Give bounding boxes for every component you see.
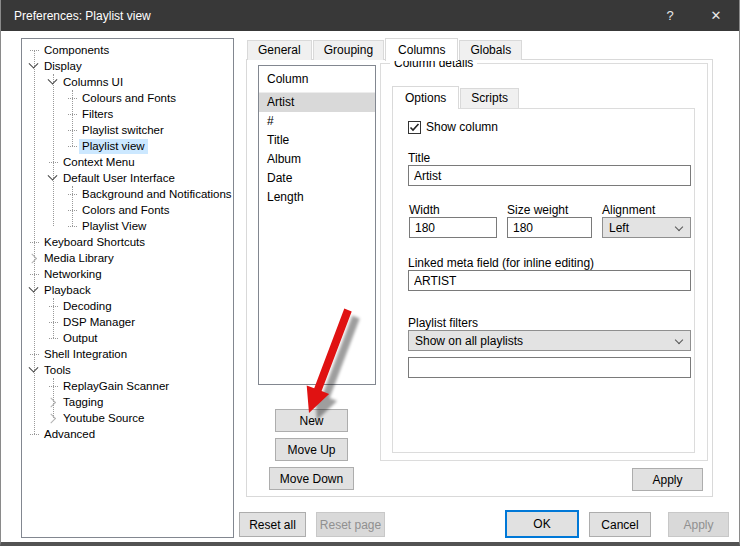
column-list-item-title[interactable]: Title — [259, 131, 375, 150]
tree-item-label: Components — [41, 43, 112, 58]
size-weight-input[interactable] — [507, 217, 592, 238]
tree-connector-icon — [68, 194, 77, 195]
title-input[interactable] — [408, 165, 691, 186]
tree-connector-icon — [49, 322, 58, 323]
tree-item-display[interactable]: Display — [22, 58, 233, 74]
preferences-tabs: GeneralGroupingColumnsGlobals — [247, 37, 523, 60]
tree-item-colors-and-fonts[interactable]: Colors and Fonts — [22, 202, 233, 218]
tree-item-playlist-switcher[interactable]: Playlist switcher — [22, 122, 233, 138]
tab-general[interactable]: General — [247, 40, 312, 60]
tree-item-label: Keyboard Shortcuts — [41, 235, 148, 250]
tree-item-networking[interactable]: Networking — [22, 266, 233, 282]
tree-item-media-library[interactable]: Media Library — [22, 250, 233, 266]
tree-item-label: Playlist switcher — [79, 123, 167, 138]
tab-grouping[interactable]: Grouping — [313, 40, 384, 60]
tree-item-youtube-source[interactable]: Youtube Source — [22, 410, 233, 426]
details-tab-scripts[interactable]: Scripts — [460, 88, 519, 108]
chevron-expanded-icon[interactable] — [29, 282, 39, 292]
tree-connector-icon — [49, 306, 58, 307]
chevron-expanded-icon[interactable] — [29, 362, 39, 372]
tree-connector-icon — [68, 114, 77, 115]
tree-item-label: Colors and Fonts — [79, 203, 173, 218]
tree-item-label: Shell Integration — [41, 347, 130, 362]
tree-item-colours-and-fonts[interactable]: Colours and Fonts — [22, 90, 233, 106]
tab-globals[interactable]: Globals — [459, 40, 522, 60]
chevron-expanded-icon[interactable] — [29, 58, 39, 68]
chevron-collapsed-icon[interactable] — [46, 397, 56, 407]
linked-meta-input[interactable] — [408, 270, 691, 291]
column-list-item-artist[interactable]: Artist — [259, 93, 375, 112]
title-label: Title — [408, 151, 430, 165]
checkmark-icon — [409, 122, 420, 133]
tree-item-playlist-view[interactable]: Playlist View — [22, 218, 233, 234]
tree-item-output[interactable]: Output — [22, 330, 233, 346]
ok-button[interactable]: OK — [505, 510, 579, 538]
column-list-item-album[interactable]: Album — [259, 150, 375, 169]
chevron-expanded-icon[interactable] — [48, 170, 58, 180]
playlist-filters-select[interactable]: Show on all playlists — [408, 330, 691, 351]
tree-connector-icon — [49, 162, 58, 163]
close-button[interactable]: ✕ — [693, 0, 739, 31]
tree-item-label: Advanced — [41, 427, 98, 442]
column-list-item-[interactable]: # — [259, 112, 375, 131]
chevron-collapsed-icon[interactable] — [46, 413, 56, 423]
chevron-down-icon — [675, 336, 683, 344]
tree-item-dsp-manager[interactable]: DSP Manager — [22, 314, 233, 330]
tree-item-shell-integration[interactable]: Shell Integration — [22, 346, 233, 362]
cancel-button[interactable]: Cancel — [589, 512, 651, 537]
tree-item-label: Youtube Source — [60, 411, 147, 426]
tree-item-filters[interactable]: Filters — [22, 106, 233, 122]
reset-all-button[interactable]: Reset all — [239, 512, 306, 537]
tree-item-keyboard-shortcuts[interactable]: Keyboard Shortcuts — [22, 234, 233, 250]
tree-item-playlist-view[interactable]: Playlist view — [22, 138, 233, 154]
tree-item-label: Tools — [41, 363, 74, 378]
tree-connector-icon — [30, 274, 39, 275]
tree-item-tools[interactable]: Tools — [22, 362, 233, 378]
details-tab-options[interactable]: Options — [392, 86, 459, 109]
show-column-checkbox[interactable] — [408, 121, 421, 134]
linked-meta-label: Linked meta field (for inline editing) — [408, 256, 594, 270]
apply-button[interactable]: Apply — [668, 512, 729, 537]
tree-item-label: Columns UI — [60, 75, 126, 90]
size-weight-label: Size weight — [507, 203, 568, 217]
tree-item-label: Networking — [41, 267, 105, 282]
tree-connector-icon — [68, 98, 77, 99]
tree-item-label: Output — [60, 331, 101, 346]
chevron-expanded-icon[interactable] — [48, 74, 58, 84]
tree-connector-icon — [30, 354, 39, 355]
tree-item-components[interactable]: Components — [22, 42, 233, 58]
options-tab-page: Show column Title Width Size weight Alig… — [392, 108, 695, 453]
tree-item-playback[interactable]: Playback — [22, 282, 233, 298]
column-list-header[interactable]: Column — [259, 66, 375, 93]
reset-page-button[interactable]: Reset page — [316, 512, 385, 537]
column-details-group: Column details OptionsScripts Show colum… — [380, 63, 708, 461]
help-button[interactable]: ? — [647, 0, 693, 31]
tree-item-decoding[interactable]: Decoding — [22, 298, 233, 314]
tree-connector-icon — [68, 226, 77, 227]
columns-tab-page: Column Artist#TitleAlbumDateLength New M… — [246, 59, 713, 497]
filter-pattern-input[interactable] — [408, 357, 691, 378]
column-list-item-length[interactable]: Length — [259, 188, 375, 207]
tab-columns[interactable]: Columns — [385, 38, 458, 61]
tree-connector-icon — [30, 50, 39, 51]
new-button[interactable]: New — [275, 409, 348, 432]
tree-item-replaygain-scanner[interactable]: ReplayGain Scanner — [22, 378, 233, 394]
preferences-tree: ComponentsDisplayColumns UIColours and F… — [21, 38, 234, 538]
alignment-select[interactable]: Left — [602, 217, 691, 238]
width-input[interactable] — [409, 217, 497, 238]
column-apply-button[interactable]: Apply — [632, 468, 703, 491]
column-list-item-date[interactable]: Date — [259, 169, 375, 188]
window-title: Preferences: Playlist view — [1, 9, 647, 23]
move-up-button[interactable]: Move Up — [275, 438, 348, 461]
titlebar: Preferences: Playlist view ? ✕ — [1, 0, 739, 31]
tree-item-context-menu[interactable]: Context Menu — [22, 154, 233, 170]
show-column-label: Show column — [426, 120, 498, 134]
move-down-button[interactable]: Move Down — [269, 467, 354, 490]
tree-item-label: Filters — [79, 107, 116, 122]
tree-item-columns-ui[interactable]: Columns UI — [22, 74, 233, 90]
tree-item-background-and-notifications[interactable]: Background and Notifications — [22, 186, 233, 202]
tree-item-tagging[interactable]: Tagging — [22, 394, 233, 410]
chevron-collapsed-icon[interactable] — [27, 253, 37, 263]
tree-item-advanced[interactable]: Advanced — [22, 426, 233, 442]
tree-item-default-user-interface[interactable]: Default User Interface — [22, 170, 233, 186]
